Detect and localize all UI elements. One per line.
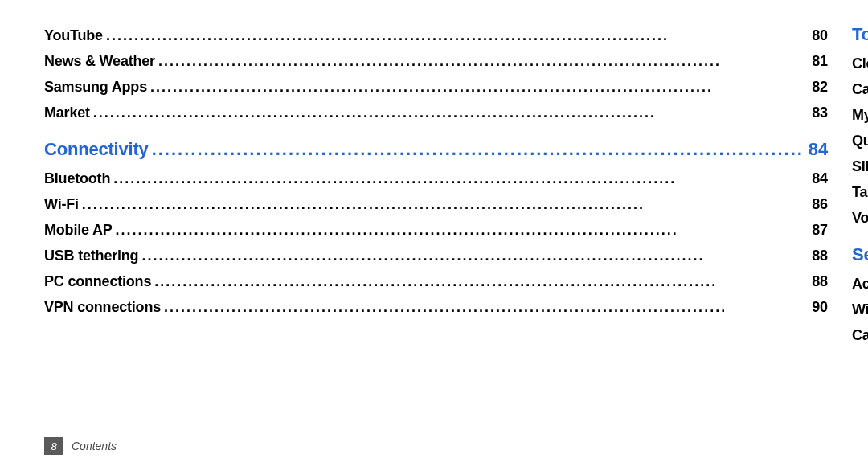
footer-section-label: Contents — [72, 440, 117, 453]
toc-label: Task manager — [852, 184, 868, 201]
toc-entry: USB tethering...........................… — [44, 248, 828, 264]
left-column: YouTube.................................… — [44, 24, 828, 353]
toc-section-heading: Settings................................… — [852, 244, 868, 265]
toc-leader-dots: ........................................… — [82, 196, 807, 213]
toc-entry: Clock...................................… — [852, 55, 868, 72]
toc-page-number: 80 — [807, 27, 828, 44]
toc-leader-dots: ........................................… — [164, 299, 807, 316]
toc-page-number: 90 — [807, 299, 828, 316]
toc-label: Wireless and networks — [852, 301, 868, 318]
toc-label: Samsung Apps — [44, 79, 150, 96]
toc-leader-dots: ........................................… — [150, 79, 807, 96]
toc-label: SIM Toolkit — [852, 158, 868, 175]
toc-page: YouTube.................................… — [0, 0, 868, 353]
toc-label: Mobile AP — [44, 222, 116, 239]
page-number-badge: 8 — [44, 437, 63, 455]
toc-entry: Calculator..............................… — [852, 81, 868, 98]
toc-label: Clock — [852, 55, 868, 72]
toc-page-number: 84 — [804, 139, 828, 160]
toc-entry: YouTube.................................… — [44, 27, 828, 44]
toc-label: Wi-Fi — [44, 196, 82, 213]
toc-entry: Bluetooth...............................… — [44, 170, 828, 187]
toc-label: PC connections — [44, 273, 154, 290]
toc-label: USB tethering — [44, 248, 141, 264]
toc-leader-dots: ........................................… — [116, 222, 808, 239]
toc-page-number: 82 — [807, 79, 828, 96]
toc-page-number: 88 — [807, 248, 828, 264]
right-column: Tools...................................… — [852, 24, 868, 353]
toc-entry: Task manager............................… — [852, 184, 868, 201]
toc-leader-dots: ........................................… — [158, 53, 807, 70]
toc-entry: SIM Toolkit.............................… — [852, 158, 868, 175]
toc-label: Connectivity — [44, 139, 152, 160]
toc-label: Quickoffice — [852, 133, 868, 149]
toc-page-number: 83 — [807, 104, 828, 121]
toc-page-number: 87 — [807, 222, 828, 239]
toc-leader-dots: ........................................… — [141, 248, 807, 264]
toc-entry: Quickoffice.............................… — [852, 133, 868, 149]
toc-label: My Files — [852, 107, 868, 124]
toc-entry: VPN connections.........................… — [44, 299, 828, 316]
toc-entry: Voice Search............................… — [852, 210, 868, 227]
toc-label: Tools — [852, 24, 868, 45]
toc-entry: Call settings...........................… — [852, 327, 868, 344]
toc-entry: Wireless and networks...................… — [852, 301, 868, 318]
toc-page-number: 81 — [807, 53, 828, 70]
toc-entry: PC connections..........................… — [44, 273, 828, 290]
toc-leader-dots: ........................................… — [106, 27, 807, 44]
toc-label: Voice Search — [852, 210, 868, 227]
toc-leader-dots: ........................................… — [152, 139, 804, 160]
toc-label: News & Weather — [44, 53, 158, 70]
toc-entry: Access the Settings menu................… — [852, 276, 868, 293]
toc-page-number: 84 — [807, 170, 828, 187]
toc-label: Bluetooth — [44, 170, 113, 187]
toc-page-number: 86 — [807, 196, 828, 213]
toc-leader-dots: ........................................… — [113, 170, 807, 187]
toc-entry: Wi-Fi...................................… — [44, 196, 828, 213]
toc-section-heading: Tools...................................… — [852, 24, 868, 45]
toc-entry: Samsung Apps............................… — [44, 79, 828, 96]
toc-label: VPN connections — [44, 299, 164, 316]
toc-label: Call settings — [852, 327, 868, 344]
toc-label: Access the Settings menu — [852, 276, 868, 293]
toc-leader-dots: ........................................… — [154, 273, 807, 290]
toc-entry: My Files................................… — [852, 107, 868, 124]
toc-label: Settings — [852, 244, 868, 265]
toc-label: YouTube — [44, 27, 106, 44]
toc-label: Market — [44, 104, 93, 121]
toc-entry: Mobile AP...............................… — [44, 222, 828, 239]
toc-entry: News & Weather..........................… — [44, 53, 828, 70]
page-number: 8 — [51, 440, 56, 453]
toc-label: Calculator — [852, 81, 868, 98]
toc-section-heading: Connectivity............................… — [44, 139, 828, 160]
toc-leader-dots: ........................................… — [93, 104, 807, 121]
toc-page-number: 88 — [807, 273, 828, 290]
page-footer: 8 Contents — [44, 437, 117, 455]
toc-entry: Market..................................… — [44, 104, 828, 121]
